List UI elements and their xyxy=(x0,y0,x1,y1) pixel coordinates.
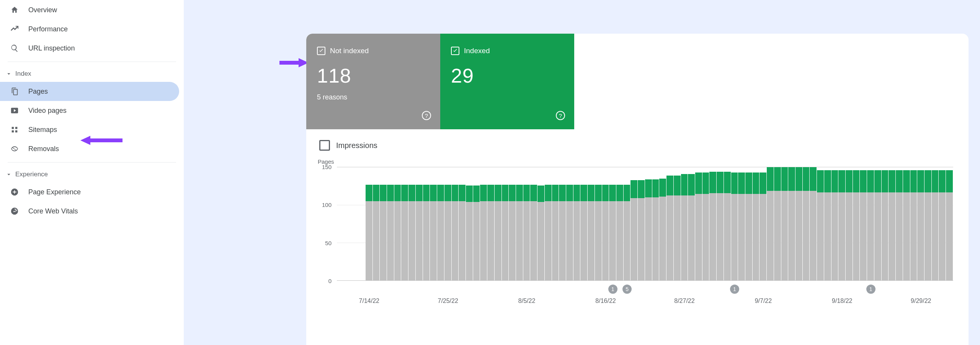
chart-x-tick: 9/29/22 xyxy=(911,298,931,304)
sidebar-item-label: Page Experience xyxy=(28,188,81,196)
chart-annotation-bubble[interactable]: 5 xyxy=(622,285,632,294)
stat-subtitle: 5 reasons xyxy=(317,93,430,101)
sidebar-item-label: Pages xyxy=(28,88,48,96)
chart: Pages 050100150 1511 7/14/227/25/228/5/2… xyxy=(318,158,953,311)
sidebar-section-label: Index xyxy=(15,70,31,78)
sidebar-item-url-inspection[interactable]: URL inspection xyxy=(0,39,179,58)
chart-x-tick: 7/25/22 xyxy=(438,298,458,304)
stat-title: Indexed xyxy=(464,47,490,55)
stat-value: 29 xyxy=(451,64,564,87)
stat-title: Not indexed xyxy=(330,47,369,55)
main-card: Not indexed 118 5 reasons ? Indexed 29 ?… xyxy=(306,34,969,345)
chart-x-tick: 8/5/22 xyxy=(518,298,535,304)
cwv-icon xyxy=(9,206,20,216)
checkbox-checked-icon[interactable] xyxy=(317,47,325,55)
chart-y-tick: 150 xyxy=(318,164,332,170)
sidebar-item-label: Removals xyxy=(28,145,59,153)
pages-icon xyxy=(9,86,20,97)
sidebar-item-video-pages[interactable]: Video pages xyxy=(0,101,179,120)
home-icon xyxy=(9,5,20,15)
video-icon xyxy=(9,105,20,116)
stat-card-not-indexed[interactable]: Not indexed 118 5 reasons ? xyxy=(306,34,440,129)
sidebar: Overview Performance URL inspection Inde… xyxy=(0,0,184,345)
chart-y-tick: 50 xyxy=(318,239,332,246)
chart-x-tick: 8/16/22 xyxy=(595,298,616,304)
sidebar-section-label: Experience xyxy=(15,171,48,178)
stat-card-indexed[interactable]: Indexed 29 ? xyxy=(440,34,574,129)
stat-value: 118 xyxy=(317,64,430,87)
chart-plot xyxy=(337,167,953,281)
chevron-down-icon xyxy=(5,171,12,178)
chart-x-tick: 9/7/22 xyxy=(755,298,772,304)
impressions-label: Impressions xyxy=(336,141,377,150)
help-icon[interactable]: ? xyxy=(556,111,565,120)
checkbox-checked-icon[interactable] xyxy=(451,47,459,55)
chart-x-tick: 9/18/22 xyxy=(832,298,852,304)
sidebar-item-label: Performance xyxy=(28,25,68,33)
sidebar-section-experience[interactable]: Experience xyxy=(0,166,184,182)
divider xyxy=(8,62,176,62)
sidebar-item-label: Video pages xyxy=(28,107,67,115)
chart-annotations: 1511 xyxy=(337,285,953,295)
chart-annotation-bubble[interactable]: 1 xyxy=(730,285,739,294)
sidebar-item-pages[interactable]: Pages xyxy=(0,82,179,101)
sidebar-item-sitemaps[interactable]: Sitemaps xyxy=(0,120,179,139)
stat-row: Not indexed 118 5 reasons ? Indexed 29 ? xyxy=(306,34,969,129)
sidebar-item-label: Overview xyxy=(28,6,57,14)
sidebar-section-index[interactable]: Index xyxy=(0,66,184,82)
sidebar-item-core-web-vitals[interactable]: Core Web Vitals xyxy=(0,202,179,221)
chart-y-tick: 100 xyxy=(318,202,332,208)
chart-annotation-bubble[interactable]: 1 xyxy=(866,285,875,294)
pageexp-icon xyxy=(9,187,20,197)
sidebar-item-removals[interactable]: Removals xyxy=(0,139,179,158)
chart-x-tick: 8/27/22 xyxy=(674,298,694,304)
sidebar-item-overview[interactable]: Overview xyxy=(0,0,179,20)
sidebar-item-page-experience[interactable]: Page Experience xyxy=(0,182,179,202)
sidebar-item-label: URL inspection xyxy=(28,44,75,52)
performance-icon xyxy=(9,24,20,34)
chart-y-tick: 0 xyxy=(318,278,332,284)
chart-x-tick: 7/14/22 xyxy=(359,298,379,304)
impressions-toggle[interactable]: Impressions xyxy=(306,129,969,158)
help-icon[interactable]: ? xyxy=(422,111,431,120)
annotation-arrow xyxy=(279,57,309,68)
chart-annotation-bubble[interactable]: 1 xyxy=(608,285,617,294)
svg-marker-1 xyxy=(279,58,309,67)
search-icon xyxy=(9,43,20,54)
sidebar-item-label: Core Web Vitals xyxy=(28,207,78,215)
sidebar-item-performance[interactable]: Performance xyxy=(0,20,179,39)
sidebar-item-label: Sitemaps xyxy=(28,126,57,134)
removals-icon xyxy=(9,143,20,154)
chevron-down-icon xyxy=(5,70,12,77)
checkbox-unchecked-icon[interactable] xyxy=(319,140,330,151)
sitemap-icon xyxy=(9,124,20,135)
divider xyxy=(8,162,176,163)
